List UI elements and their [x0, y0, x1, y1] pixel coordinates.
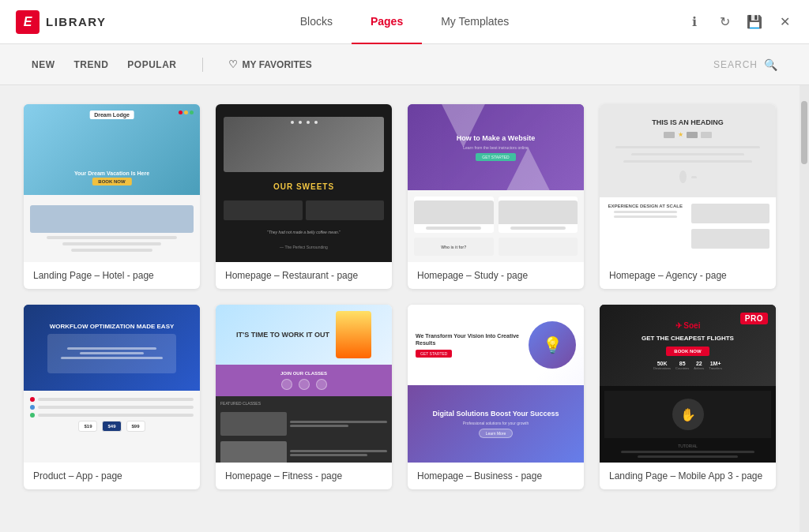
card-hotel-label: Landing Page – Hotel - page	[24, 262, 200, 289]
price-2: $49	[102, 421, 121, 432]
filter-divider	[202, 58, 203, 72]
price-3: $99	[126, 421, 145, 432]
header-actions: ℹ ↻ 💾 ✕	[667, 13, 793, 31]
card-restaurant-label: Homepage – Restaurant - page	[216, 262, 392, 289]
fitness-title: IT'S TIME TO WORK IT OUT	[236, 331, 329, 339]
business-bbtn1: Learn More	[479, 429, 514, 438]
thumbnail-app: WORKFLOW OPTIMIZATION MADE EASY	[24, 305, 200, 463]
stat-num-1: 50K	[657, 361, 668, 366]
svg-marker-1	[506, 148, 550, 191]
card-hotel[interactable]: Dream Lodge Your Dream Vacation Is Here …	[24, 104, 200, 289]
app-title: WORKFLOW OPTIMIZATION MADE EASY	[50, 323, 175, 331]
business-btn: GET STARTED	[416, 350, 452, 358]
tab-my-templates[interactable]: My Templates	[422, 0, 528, 44]
business-title: We Transform Your Vision Into Creative R…	[416, 332, 522, 347]
tab-pages[interactable]: Pages	[352, 0, 422, 44]
hotel-brand: Dream Lodge	[89, 111, 134, 119]
filter-popular[interactable]: POPULAR	[127, 59, 176, 70]
mobile-title: GET THE CHEAPEST FLIGHTS	[642, 335, 734, 342]
thumbnail-hotel: Dream Lodge Your Dream Vacation Is Here …	[24, 104, 200, 262]
stat-num-2: 85	[679, 361, 686, 366]
save-icon[interactable]: 💾	[746, 13, 763, 31]
restaurant-name: OUR SWEETS	[273, 182, 334, 191]
stat-lbl-4: Travelers	[709, 366, 722, 370]
template-grid: Dream Lodge Your Dream Vacation Is Here …	[24, 104, 776, 489]
stat-lbl-2: Countries	[675, 366, 689, 370]
svg-marker-0	[442, 104, 485, 148]
filter-new[interactable]: NEW	[32, 59, 55, 70]
logo-area: E LIBRARY	[16, 10, 142, 34]
agency-heading: THIS IS AN HEADING	[652, 118, 724, 126]
filter-items: NEW TREND POPULAR ♡ MY FAVORITES	[32, 58, 312, 72]
elementor-logo-icon: E	[16, 10, 40, 34]
heart-icon: ♡	[228, 58, 238, 70]
card-fitness-label: Homepage – Fitness - page	[216, 463, 392, 489]
search-label: SEARCH	[713, 59, 758, 70]
thumbnail-restaurant: OUR SWEETS "They had not made a belly co…	[216, 104, 392, 262]
tab-blocks[interactable]: Blocks	[281, 0, 352, 44]
search-area: SEARCH 🔍	[713, 58, 777, 71]
filter-favorites[interactable]: ♡ MY FAVORITES	[228, 58, 312, 70]
restaurant-quote: "They had not made a belly coffee mean."	[264, 230, 344, 234]
close-icon[interactable]: ✕	[776, 13, 793, 31]
stat-num-3: 22	[696, 361, 702, 366]
card-restaurant[interactable]: OUR SWEETS "They had not made a belly co…	[216, 104, 392, 289]
business-bsub: Professional solutions for your growth	[463, 421, 529, 425]
card-mobile-label: Landing Page – Mobile App 3 - page	[600, 463, 776, 489]
template-grid-container: Dream Lodge Your Dream Vacation Is Here …	[0, 85, 800, 532]
card-app[interactable]: WORKFLOW OPTIMIZATION MADE EASY	[24, 305, 200, 489]
filter-trend[interactable]: TREND	[74, 59, 109, 70]
favorites-label: MY FAVORITES	[243, 59, 312, 70]
card-study-label: Homepage – Study - page	[408, 262, 584, 289]
main-content: Dream Lodge Your Dream Vacation Is Here …	[0, 85, 809, 532]
card-business[interactable]: We Transform Your Vision Into Creative R…	[408, 305, 584, 489]
header: E LIBRARY Blocks Pages My Templates ℹ ↻ …	[0, 0, 809, 44]
restaurant-footer: — The Perfect Surrounding	[280, 245, 328, 249]
business-illustration: 💡	[529, 321, 576, 369]
hotel-heading: Your Dream Vacation Is Here	[74, 170, 149, 176]
business-btitle: Digital Solutions Boost Your Success	[432, 410, 559, 418]
thumbnail-mobile: PRO ✈ Soei GET THE CHEAPEST FLIGHTS BOOK…	[600, 305, 776, 463]
info-icon[interactable]: ℹ	[686, 13, 703, 31]
refresh-icon[interactable]: ↻	[716, 13, 733, 31]
thumbnail-fitness: IT'S TIME TO WORK IT OUT JOIN OUR CLASSE…	[216, 305, 392, 463]
price-1: $19	[78, 421, 97, 432]
card-agency-label: Homepage – Agency - page	[600, 262, 776, 289]
card-fitness[interactable]: IT'S TIME TO WORK IT OUT JOIN OUR CLASSE…	[216, 305, 392, 489]
card-agency[interactable]: THIS IS AN HEADING ★	[600, 104, 776, 289]
mobile-logo: ✈ Soei	[675, 321, 701, 330]
search-icon[interactable]: 🔍	[764, 58, 777, 71]
stat-lbl-1: Destinations	[653, 366, 671, 370]
thumbnail-study: How to Make a Website Learn from the bes…	[408, 104, 584, 262]
pro-badge: PRO	[740, 313, 768, 324]
scrollbar-thumb[interactable]	[801, 101, 807, 164]
card-business-label: Homepage – Business - page	[408, 463, 584, 489]
card-mobile[interactable]: PRO ✈ Soei GET THE CHEAPEST FLIGHTS BOOK…	[600, 305, 776, 489]
filter-bar: NEW TREND POPULAR ♡ MY FAVORITES SEARCH …	[0, 44, 809, 85]
card-app-label: Product – App - page	[24, 463, 200, 489]
card-study[interactable]: How to Make a Website Learn from the bes…	[408, 104, 584, 289]
stat-lbl-3: Airlines	[694, 366, 704, 370]
thumbnail-agency: THIS IS AN HEADING ★	[600, 104, 776, 262]
logo-letter: E	[24, 15, 32, 29]
fitness-sub: JOIN OUR CLASSES	[280, 371, 327, 376]
hotel-cta: BOOK NOW	[92, 178, 131, 185]
scrollbar[interactable]	[800, 85, 809, 532]
stat-num-4: 1M+	[710, 361, 721, 366]
thumbnail-business: We Transform Your Vision Into Creative R…	[408, 305, 584, 463]
hotel-nav-dots	[179, 111, 194, 114]
tab-group: Blocks Pages My Templates	[142, 0, 667, 44]
mobile-cta: BOOK NOW	[666, 347, 709, 356]
library-title: LIBRARY	[46, 15, 107, 28]
